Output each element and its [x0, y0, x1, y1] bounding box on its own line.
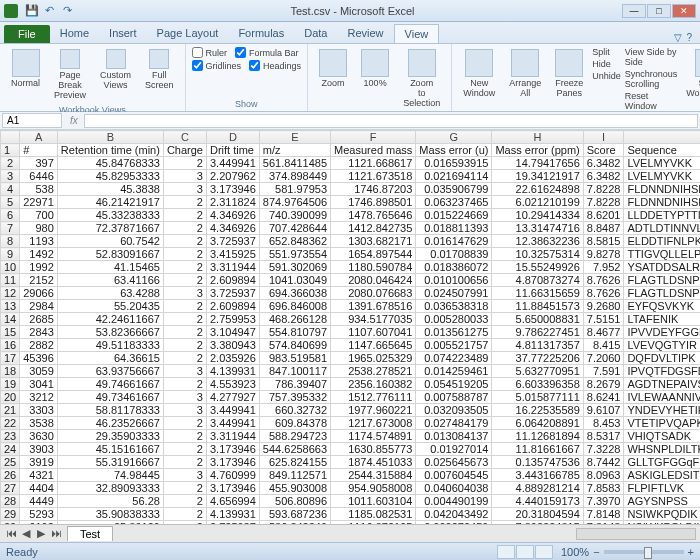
cell[interactable]: 551.973554 — [259, 248, 330, 261]
unhide-button[interactable]: Unhide — [592, 70, 621, 82]
cell[interactable]: 2 — [163, 248, 206, 261]
cell[interactable]: 63.93756667 — [57, 365, 163, 378]
cell[interactable]: 2 — [163, 508, 206, 521]
cell[interactable]: 2152 — [20, 274, 58, 287]
row-header[interactable]: 3 — [1, 170, 20, 183]
row-header[interactable]: 20 — [1, 391, 20, 404]
cell[interactable]: 8.7626 — [583, 287, 624, 300]
sheet-nav-next-icon[interactable]: ▶ — [34, 527, 48, 540]
cell[interactable]: 2 — [163, 339, 206, 352]
cell[interactable]: 2 — [163, 157, 206, 170]
cell[interactable]: 3.173946 — [206, 456, 259, 469]
cell[interactable]: FLDNNDNIHSFAVK — [624, 183, 700, 196]
zoom-slider[interactable] — [604, 550, 684, 554]
spreadsheet-grid[interactable]: ABCDEFGHIJKLMNO1#Retention time (min)Cha… — [0, 130, 700, 524]
cell[interactable]: 5.632770951 — [492, 365, 583, 378]
cell[interactable]: 2984 — [20, 300, 58, 313]
cell[interactable]: 3903 — [20, 443, 58, 456]
cell[interactable]: LLDDETYPTTIAK — [624, 209, 700, 222]
cell[interactable]: 55.20435 — [57, 300, 163, 313]
cell[interactable]: 2 — [163, 313, 206, 326]
cell[interactable]: 586.342349 — [259, 521, 330, 525]
cell[interactable]: 22971 — [20, 196, 58, 209]
cell[interactable]: 3.311944 — [206, 261, 259, 274]
cell[interactable]: 1654.897544 — [331, 248, 416, 261]
cell[interactable]: 2 — [163, 235, 206, 248]
cell[interactable]: TTIGVQLLELPFK — [624, 248, 700, 261]
cell[interactable]: 4449 — [20, 495, 58, 508]
new-window-button[interactable]: NewWindow — [458, 46, 500, 102]
cell[interactable]: 786.39407 — [259, 378, 330, 391]
cell[interactable]: 2685 — [20, 313, 58, 326]
check-ruler[interactable]: Ruler — [192, 46, 228, 59]
cell[interactable]: 8.8487 — [583, 222, 624, 235]
qat-save-icon[interactable]: 💾 — [24, 3, 39, 18]
tab-formulas[interactable]: Formulas — [228, 24, 294, 43]
cell[interactable]: 9.786227451 — [492, 326, 583, 339]
cell[interactable]: 1041.03049 — [259, 274, 330, 287]
cell[interactable]: 2538.278521 — [331, 365, 416, 378]
row-header[interactable]: 5 — [1, 196, 20, 209]
split-button[interactable]: Split — [592, 46, 621, 58]
cell[interactable]: 7.2060 — [583, 352, 624, 365]
row-header[interactable]: 1 — [1, 144, 20, 157]
row-header[interactable]: 4 — [1, 183, 20, 196]
cell[interactable]: 1174.574891 — [331, 430, 416, 443]
cell[interactable]: 7.5151 — [583, 313, 624, 326]
cell[interactable]: 847.100117 — [259, 365, 330, 378]
view-side-by-side-button[interactable]: View Side by Side — [625, 46, 678, 68]
cell[interactable]: 3.173946 — [206, 482, 259, 495]
cell[interactable]: 0.014259461 — [416, 365, 492, 378]
cell[interactable]: 12.38632236 — [492, 235, 583, 248]
cell[interactable]: 0.018811393 — [416, 222, 492, 235]
tab-home[interactable]: Home — [50, 24, 99, 43]
qat-undo-icon[interactable]: ↶ — [42, 3, 57, 18]
cell[interactable]: 1746.898501 — [331, 196, 416, 209]
cell[interactable]: 8.6201 — [583, 209, 624, 222]
zoom-in-icon[interactable]: + — [688, 546, 694, 558]
arrange-all-button[interactable]: ArrangeAll — [504, 46, 546, 102]
cell[interactable]: 1412.842735 — [331, 222, 416, 235]
cell[interactable]: 4.440159173 — [492, 495, 583, 508]
cell[interactable]: 1217.673008 — [331, 417, 416, 430]
row-header[interactable]: 22 — [1, 417, 20, 430]
cell[interactable]: 3630 — [20, 430, 58, 443]
cell[interactable]: 3.104947 — [206, 326, 259, 339]
cell[interactable]: 45.82953333 — [57, 170, 163, 183]
cell[interactable]: 700 — [20, 209, 58, 222]
cell[interactable]: 8.7626 — [583, 274, 624, 287]
cell[interactable]: 0.016147629 — [416, 235, 492, 248]
cell[interactable]: 32.89093333 — [57, 482, 163, 495]
col-header-B[interactable]: B — [57, 131, 163, 144]
cell[interactable]: 581.97953 — [259, 183, 330, 196]
col-header-I[interactable]: I — [583, 131, 624, 144]
cell[interactable]: 3 — [163, 287, 206, 300]
cell[interactable]: 574.840699 — [259, 339, 330, 352]
row-header[interactable]: 28 — [1, 495, 20, 508]
cell[interactable]: 1303.682171 — [331, 235, 416, 248]
cell[interactable]: LVELMYVKK — [624, 170, 700, 183]
cell[interactable]: 2 — [163, 196, 206, 209]
cell[interactable]: 52.83091667 — [57, 248, 163, 261]
cell[interactable]: 8.7442 — [583, 456, 624, 469]
tab-data[interactable]: Data — [294, 24, 337, 43]
cell[interactable]: ELDDTIFNLPK — [624, 235, 700, 248]
cell[interactable]: 740.390099 — [259, 209, 330, 222]
cell[interactable]: IPVVDEYFGGK — [624, 326, 700, 339]
cell[interactable]: 10.29414334 — [492, 209, 583, 222]
cell[interactable]: 7.893334815 — [492, 521, 583, 525]
cell[interactable]: 46.23526667 — [57, 417, 163, 430]
cell[interactable]: 49.74661667 — [57, 378, 163, 391]
cell[interactable]: EYFQSVKYK — [624, 300, 700, 313]
row-header[interactable]: 10 — [1, 261, 20, 274]
cell[interactable]: 625.824155 — [259, 456, 330, 469]
cell[interactable]: 0.007604545 — [416, 469, 492, 482]
cell[interactable]: 2080.076683 — [331, 287, 416, 300]
cell[interactable]: 1107.607041 — [331, 326, 416, 339]
cell[interactable]: VHIQTSADK — [624, 430, 700, 443]
cell[interactable]: 35.90838333 — [57, 508, 163, 521]
cell[interactable]: 0.074223489 — [416, 352, 492, 365]
cell[interactable]: 0.024507991 — [416, 287, 492, 300]
custom-views-button[interactable]: CustomViews — [95, 46, 136, 94]
header-cell[interactable]: m/z — [259, 144, 330, 157]
